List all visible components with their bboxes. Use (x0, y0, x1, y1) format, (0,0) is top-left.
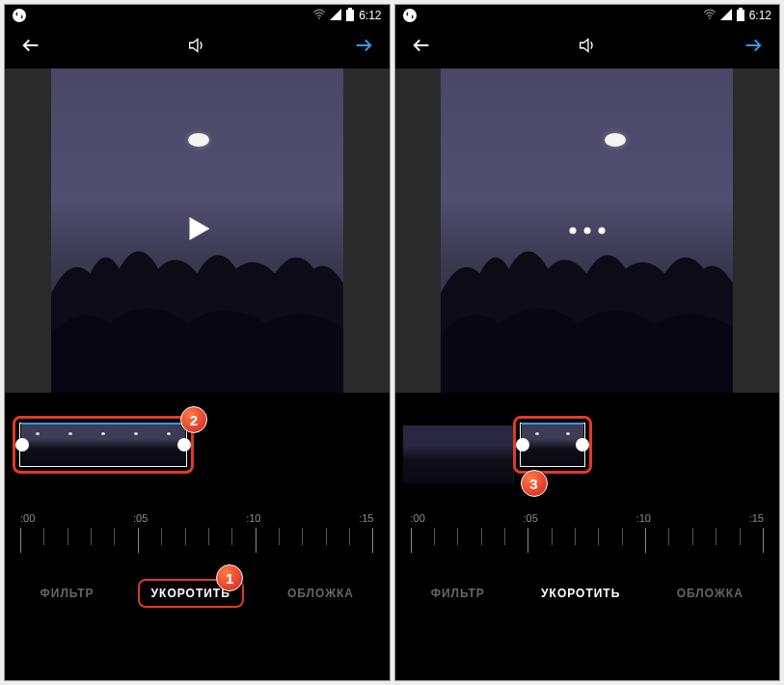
next-arrow-icon[interactable] (743, 35, 764, 60)
loading-dots-icon (569, 228, 605, 234)
ruler-tick-15: :15 (749, 512, 764, 524)
ruler-tick-5: :05 (133, 512, 148, 524)
back-arrow-icon[interactable] (20, 35, 41, 60)
svg-rect-2 (346, 10, 354, 21)
battery-icon (736, 8, 745, 24)
shazam-icon (403, 9, 417, 22)
trim-filmstrip[interactable]: 3 (395, 416, 780, 493)
back-arrow-icon[interactable] (411, 35, 432, 60)
annotation-badge-1: 1 (216, 564, 243, 591)
trim-handle-right[interactable] (576, 438, 589, 452)
status-bar: 6:12 (395, 5, 780, 26)
status-bar: 6:12 (5, 5, 390, 26)
trim-filmstrip[interactable]: 2 (5, 416, 390, 493)
time-ruler: :00 :05 :10 :15 (5, 512, 390, 570)
top-bar (5, 26, 390, 68)
wifi-icon (312, 9, 326, 23)
trim-handle-left[interactable] (15, 438, 29, 452)
ruler-tick-15: :15 (359, 512, 373, 524)
play-icon[interactable] (179, 211, 214, 250)
ruler-tick-0: :00 (411, 512, 425, 524)
svg-rect-1 (348, 8, 352, 10)
annotation-badge-2: 2 (180, 406, 207, 433)
video-preview[interactable] (5, 68, 390, 393)
tab-filter[interactable]: ФИЛЬТР (29, 581, 106, 606)
trim-handle-right[interactable] (177, 438, 191, 452)
svg-rect-5 (737, 10, 744, 21)
ruler-tick-10: :10 (246, 512, 260, 524)
ruler-tick-5: :05 (524, 512, 538, 524)
signal-icon (720, 9, 732, 23)
svg-rect-4 (739, 8, 743, 10)
phone-right: 6:12 (394, 4, 781, 681)
ruler-tick-0: :00 (20, 512, 35, 524)
status-time: 6:12 (359, 9, 381, 22)
battery-icon (345, 8, 355, 24)
trim-handle-left[interactable] (516, 438, 529, 452)
tab-filter[interactable]: ФИЛЬТР (419, 581, 497, 606)
signal-icon (330, 9, 341, 23)
svg-point-0 (318, 17, 320, 19)
shazam-icon (13, 9, 26, 22)
ruler-tick-10: :10 (636, 512, 651, 524)
next-arrow-icon[interactable] (353, 35, 374, 60)
sound-icon[interactable] (577, 35, 598, 60)
status-time: 6:12 (749, 9, 771, 22)
annotation-badge-3: 3 (521, 470, 548, 497)
tabs: ФИЛЬТР УКОРОТИТЬ ОБЛОЖКА (395, 570, 780, 616)
tabs: ФИЛЬТР УКОРОТИТЬ ОБЛОЖКА 1 (5, 570, 390, 616)
phone-left: 6:12 (4, 4, 391, 681)
wifi-icon (703, 9, 716, 23)
tab-trim[interactable]: УКОРОТИТЬ (529, 581, 632, 606)
top-bar (395, 26, 780, 68)
sound-icon[interactable] (186, 35, 207, 60)
video-preview[interactable] (395, 68, 780, 393)
time-ruler: :00 :05 :10 :15 (395, 512, 780, 570)
tab-cover[interactable]: ОБЛОЖКА (665, 581, 755, 606)
svg-point-3 (709, 17, 711, 19)
tab-cover[interactable]: ОБЛОЖКА (276, 581, 365, 606)
